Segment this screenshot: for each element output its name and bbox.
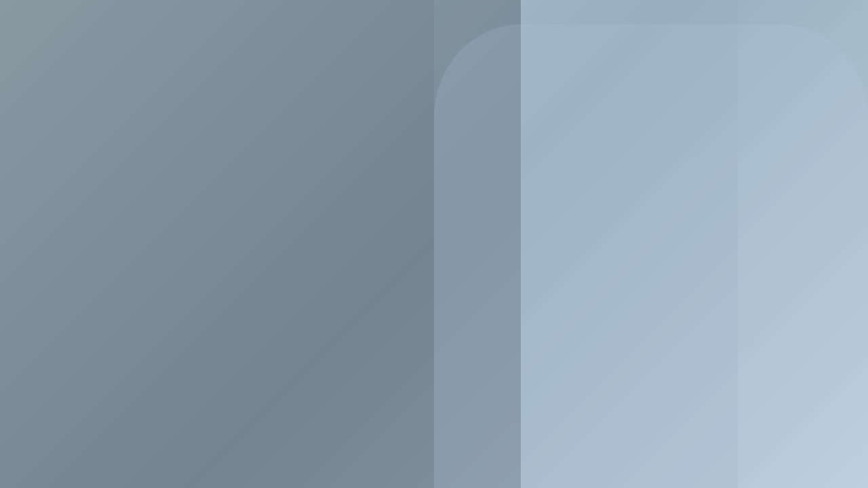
latest-cards-grid: The Good Wife S6 Ep18: Loser Edit Madam … bbox=[27, 319, 841, 473]
latest-card-hawaii[interactable]: Hawaii Five-0 S5 Ep20: Ike Hanau bbox=[646, 319, 841, 473]
main-content: Featured Shows 01 | 05 SURVIVOR WORLDSAP… bbox=[0, 81, 868, 487]
hawaii-card-image bbox=[646, 319, 841, 434]
